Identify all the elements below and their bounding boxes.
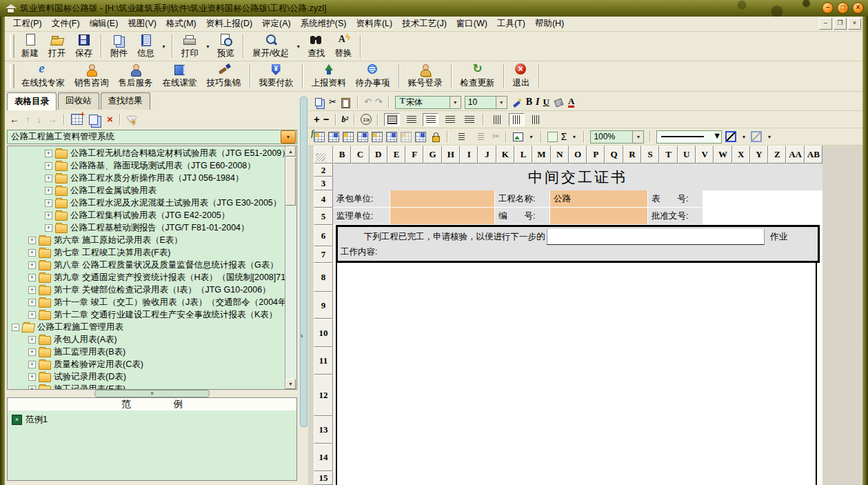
column-header[interactable]: AB <box>805 146 822 164</box>
menu-item[interactable]: 窗口(W) <box>452 17 492 31</box>
scroll-down-icon[interactable]: ▼ <box>285 379 296 389</box>
paste-icon[interactable] <box>340 97 352 108</box>
insert-cell-right-icon[interactable] <box>343 132 354 142</box>
column-header[interactable]: E <box>387 146 405 164</box>
tree-expander-icon[interactable]: + <box>28 299 36 306</box>
column-header[interactable]: G <box>423 146 441 164</box>
row-header[interactable]: 9 <box>314 292 333 319</box>
tree-expander-icon[interactable]: + <box>28 361 36 368</box>
column-header[interactable]: T <box>659 146 677 164</box>
row-header[interactable]: 14 <box>314 444 333 471</box>
row-header[interactable]: 8 <box>314 263 333 292</box>
sum-button[interactable]: Σ <box>561 130 567 143</box>
field-value-cell[interactable] <box>390 190 495 208</box>
row-header[interactable]: 3 <box>314 177 333 190</box>
column-header[interactable]: F <box>405 146 423 164</box>
diagonal-border-alt-icon[interactable] <box>751 131 762 142</box>
splitter-collapse-handle[interactable]: ∨ <box>94 390 210 397</box>
insert-cell-left-icon[interactable] <box>314 132 325 142</box>
menu-item[interactable]: 工程(P) <box>8 17 47 31</box>
line-style-combo[interactable]: ▼ <box>656 130 722 143</box>
tree-expander-icon[interactable]: + <box>28 386 36 390</box>
column-header[interactable]: K <box>496 146 514 164</box>
toolbar-button-printer[interactable]: 打印 <box>176 32 203 61</box>
combo-drop-icon[interactable]: ▼ <box>450 97 461 108</box>
toolbar-button-replace[interactable]: 替换 <box>330 32 356 61</box>
column-header[interactable]: U <box>678 146 696 164</box>
italic-button[interactable]: I <box>536 95 539 109</box>
toolbar-button-refresh-green[interactable]: 检查更新 <box>456 61 500 91</box>
toolbar-button-preview[interactable]: 预览 <box>212 32 239 61</box>
toolbar-button-globe-clock[interactable]: 待办事项 <box>351 61 395 91</box>
menu-item[interactable]: 资料库(L) <box>351 17 397 31</box>
tree-item[interactable]: +公路工程无机结合料稳定材料试验用表（JTG E51-2009） <box>8 147 285 159</box>
row-header[interactable]: 2 <box>314 164 333 177</box>
tree-item[interactable]: −公路工程施工管理用表 <box>8 321 285 333</box>
row-header[interactable]: 12 <box>314 375 333 416</box>
row-header[interactable]: 10 <box>314 319 333 347</box>
tree-item[interactable]: +公路路基、路面现场测试用表（JTG E60-2008） <box>8 159 285 172</box>
toolbar-button-info-book[interactable]: 信息 <box>132 32 159 61</box>
tree-item[interactable]: +公路工程集料试验用表（JTG E42-2005） <box>8 209 285 221</box>
combo-drop-icon[interactable]: ▼ <box>496 97 507 108</box>
zoom-combo[interactable]: 100% ▼ <box>590 130 644 143</box>
align-center-icon[interactable] <box>423 113 438 126</box>
toolbar-button-book-blue[interactable]: 在线课堂 <box>158 61 202 91</box>
decrease-size-button[interactable]: − <box>323 112 330 126</box>
tree-item[interactable]: +第六章 施工原始记录用表（E表） <box>8 234 285 246</box>
toolbar-button-attachment[interactable]: 附件 <box>105 32 132 61</box>
category-combo[interactable]: 公路工程施工资料管理系统 ▼ <box>7 130 297 144</box>
font-color-button[interactable]: A <box>568 97 574 108</box>
tree-item[interactable]: +施工监理用表(B表) <box>8 346 285 358</box>
dropdown-arrow-icon[interactable]: ▼ <box>203 44 212 49</box>
column-header[interactable]: V <box>696 146 714 164</box>
underline-button[interactable]: U <box>543 95 549 109</box>
column-header[interactable]: C <box>351 146 369 164</box>
tree-item[interactable]: +公路工程金属试验用表 <box>8 184 285 197</box>
format-painter-icon[interactable] <box>511 97 523 108</box>
tree-expander-icon[interactable]: + <box>45 199 52 207</box>
document-body-area[interactable] <box>336 263 817 485</box>
delete-column-icon[interactable] <box>372 132 383 142</box>
column-header[interactable]: D <box>370 146 387 164</box>
panel-splitter[interactable]: ‹ <box>299 92 308 485</box>
copy-icon[interactable] <box>314 97 325 108</box>
tree-item[interactable]: +第十章 关键部位检查记录用表（I表）（JTG G10-2006） <box>8 284 285 296</box>
tree-item[interactable]: +第九章 交通固定资产投资统计报表（H表）（国统制[2008]71号 <box>8 271 285 284</box>
bold-button[interactable]: B <box>526 95 532 109</box>
toolbar-button-open-folder[interactable]: 打开 <box>43 32 70 61</box>
column-header[interactable]: N <box>551 146 569 164</box>
forward-arrow-icon[interactable]: → <box>48 114 57 125</box>
align-justify-icon[interactable] <box>384 113 400 126</box>
left-tab[interactable]: 表格目录 <box>7 92 57 110</box>
tree-expander-icon[interactable]: + <box>28 348 36 356</box>
diagonal-border-icon[interactable] <box>725 131 736 142</box>
tree-expander-icon[interactable]: + <box>45 175 52 182</box>
superscript-button[interactable]: b² <box>342 112 349 126</box>
column-header[interactable]: I <box>460 146 478 164</box>
toolbar-button-person-orange[interactable]: 销售咨询 <box>70 61 114 91</box>
mdi-restore-button[interactable]: ❐ <box>834 18 847 30</box>
column-header[interactable]: J <box>478 146 496 164</box>
menu-item[interactable]: 文件(F) <box>47 17 85 31</box>
toolbar-button-expand-collapse[interactable]: 展开/收起 <box>248 32 294 61</box>
align-right-icon[interactable] <box>442 113 458 126</box>
increase-size-button[interactable]: + <box>314 112 320 126</box>
row-header[interactable]: 6 <box>314 225 333 246</box>
tree-item[interactable]: +第十一章 竣工（交工）验收用表（J表）（交通部令（2004年第 <box>8 296 285 308</box>
column-header[interactable]: M <box>532 146 550 164</box>
field-value-cell[interactable] <box>703 190 822 208</box>
column-header[interactable]: W <box>714 146 731 164</box>
column-header[interactable]: Z <box>768 146 786 164</box>
menu-item[interactable]: 技术工艺(J) <box>397 17 452 31</box>
fill-color-icon[interactable] <box>553 97 565 108</box>
select-all-corner[interactable] <box>314 146 333 164</box>
column-header[interactable]: P <box>587 146 605 164</box>
vertical-text-left-icon[interactable] <box>489 113 505 126</box>
tree-item[interactable]: +公路工程基桩动测报告（JTG/T F81-01-2004） <box>8 221 285 234</box>
tree-item[interactable]: +质量检验评定用表(C表) <box>8 358 285 370</box>
tree-item[interactable]: +承包人用表(A表) <box>8 333 285 346</box>
toolbar-button-new-document[interactable]: 新建 <box>17 32 43 61</box>
titlebar-close-button[interactable]: × <box>852 2 864 14</box>
column-header[interactable]: S <box>641 146 659 164</box>
